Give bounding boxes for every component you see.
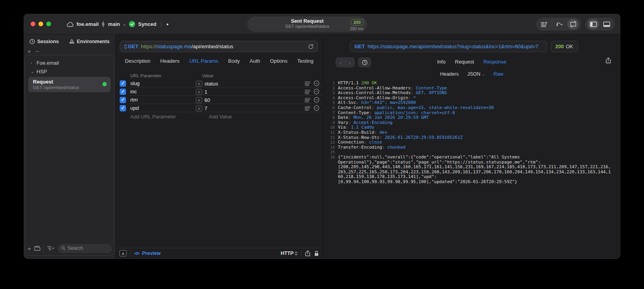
view-toolgroup <box>536 18 581 31</box>
response-subtab-raw[interactable]: Raw <box>494 71 504 77</box>
param-value-input[interactable]: status <box>204 81 218 87</box>
compare-button[interactable] <box>554 19 566 29</box>
response-tab-request[interactable]: Request <box>455 59 474 65</box>
add-value[interactable]: Add Value <box>200 114 232 120</box>
request-tab-headers[interactable]: Headers <box>160 58 179 64</box>
request-tab-options[interactable]: Options <box>270 58 288 64</box>
line-number: 1 <box>323 81 338 86</box>
code-icon: </> <box>134 251 139 256</box>
add-session-button[interactable]: + <box>27 48 31 55</box>
branch-name[interactable]: main <box>108 21 120 27</box>
request-tab-testing[interactable]: Testing <box>297 58 314 64</box>
tree-group-foe-email[interactable]: › Foe.email <box>28 58 111 67</box>
search-field[interactable] <box>58 244 112 253</box>
list-sort-icon <box>541 22 548 27</box>
request-tab-body[interactable]: Body <box>228 58 240 64</box>
param-value-input[interactable]: 1 <box>204 89 207 95</box>
remove-param-icon[interactable] <box>314 97 319 103</box>
request-footer-bar: ▲ </> Preview HTTP <box>116 248 323 258</box>
reorder-lines-icon[interactable] <box>305 89 310 94</box>
param-name-input[interactable]: inc <box>126 89 196 95</box>
sent-request-banner[interactable]: Sent Request GET /api/embed/status 200 2… <box>247 16 367 32</box>
response-tab-info[interactable]: Info <box>437 59 446 65</box>
request-item-title: Request <box>33 79 107 85</box>
resend-refresh-icon[interactable] <box>308 44 314 49</box>
branch-chevron-icon[interactable]: ⌄ <box>123 22 126 26</box>
reorder-lines-icon[interactable] <box>305 106 310 111</box>
add-url-parameter[interactable]: Add URL Parameter <box>130 114 200 120</box>
request-tab-url-params[interactable]: URL Params <box>189 58 218 64</box>
param-value-input[interactable]: 7 <box>204 105 207 111</box>
chevron-right-icon[interactable]: › <box>31 60 34 65</box>
preview-button[interactable]: </> Preview <box>134 251 161 256</box>
equals-icon: = <box>196 97 202 103</box>
param-checkbox[interactable]: ✓ <box>120 97 126 103</box>
remove-param-icon[interactable] <box>314 105 319 111</box>
toggle-sidebar-button[interactable] <box>587 19 599 29</box>
request-url-input[interactable]: https://statuspage.me/api/embed/status <box>141 44 306 49</box>
environments-icon <box>69 39 75 44</box>
tree-group-hsp[interactable]: ⌄ HSP <box>28 67 111 76</box>
new-request-button[interactable]: + <box>27 245 31 252</box>
sort-filter-icon[interactable] <box>47 246 55 251</box>
chevron-down-icon[interactable]: ⌄ <box>31 69 34 74</box>
zoom-window-button[interactable] <box>46 22 51 26</box>
close-window-button[interactable] <box>31 22 35 26</box>
param-value-input[interactable]: 60 <box>204 97 210 103</box>
request-tab-auth[interactable]: Auth <box>250 58 260 64</box>
line-number: 12 <box>323 135 338 140</box>
request-tab-description[interactable]: Description <box>125 58 150 64</box>
tab-environments[interactable]: Environments <box>69 39 109 44</box>
search-input[interactable] <box>68 245 108 251</box>
remove-param-icon[interactable] <box>314 80 319 86</box>
request-list-item-selected[interactable]: Request GET /api/embed/status <box>28 77 111 92</box>
response-url: https://statuspage.me/api/embed/status?s… <box>368 44 538 49</box>
minimize-window-button[interactable] <box>38 22 43 26</box>
toggle-bottom-panel-button[interactable] <box>601 19 613 29</box>
chevron-down-icon: ⌄ <box>482 72 485 76</box>
sessions-panel: › Foe.email ⌄ HSP Request GET /api/embed… <box>25 55 114 256</box>
line-number: 8 <box>323 115 338 120</box>
add-param-row[interactable]: Add URL Parameter Add Value <box>116 112 323 121</box>
response-tabs: InfoRequestResponse <box>323 59 620 65</box>
tab-sessions[interactable]: Sessions <box>29 39 59 44</box>
method-selector[interactable]: GET <box>124 44 139 49</box>
param-name-input[interactable]: upd <box>126 105 196 111</box>
line-number: 13 <box>323 140 338 145</box>
project-name[interactable]: foe.email <box>77 21 99 27</box>
remove-session-button[interactable]: − <box>36 48 39 55</box>
titlebar-toolbar <box>536 18 615 31</box>
response-tab-response[interactable]: Response <box>483 59 507 65</box>
export-response-button[interactable] <box>606 57 611 65</box>
param-name-input[interactable]: slug <box>126 80 196 86</box>
param-checkbox[interactable]: ✓ <box>120 105 126 111</box>
param-name-input[interactable]: rtm <box>126 97 196 103</box>
param-checkbox[interactable]: ✓ <box>120 89 126 95</box>
new-folder-icon[interactable] <box>34 245 40 251</box>
remove-param-icon[interactable] <box>314 89 319 95</box>
protocol-selector[interactable]: HTTP <box>281 251 297 256</box>
response-url-pill[interactable]: GET https://statuspage.me/api/embed/stat… <box>350 41 547 52</box>
lock-icon[interactable] <box>314 251 319 256</box>
line-number: 10 <box>323 125 338 130</box>
sent-request-title: Sent Request <box>247 18 367 24</box>
line-number <box>323 174 338 180</box>
url-host: statuspage.me <box>157 44 192 49</box>
share-icon[interactable] <box>305 250 310 256</box>
sort-list-button[interactable] <box>538 19 550 29</box>
sidebar: Sessions Environments + − › Foe.email <box>24 35 116 258</box>
reorder-lines-icon[interactable] <box>305 98 310 102</box>
request-url-bar[interactable]: GET https://statuspage.me/api/embed/stat… <box>120 41 318 52</box>
response-status-text: OK <box>566 44 573 49</box>
response-subtab-json[interactable]: JSON⌄ <box>467 71 485 77</box>
response-pane: GET https://statuspage.me/api/embed/stat… <box>323 35 620 258</box>
request-response-toggle[interactable] <box>567 19 579 29</box>
expand-panel-button[interactable]: ▲ <box>119 250 127 256</box>
response-subtab-headers[interactable]: Headers <box>440 71 458 77</box>
traffic-lights <box>31 22 51 26</box>
reorder-lines-icon[interactable] <box>305 81 310 86</box>
tree-group-label: Foe.email <box>36 60 59 66</box>
response-body[interactable]: 1HTTP/1.1 200 OK2Access-Control-Allow-He… <box>323 81 620 258</box>
param-checkbox[interactable]: ✓ <box>120 80 126 87</box>
request-item-subtitle: GET /api/embed/status <box>33 85 107 90</box>
